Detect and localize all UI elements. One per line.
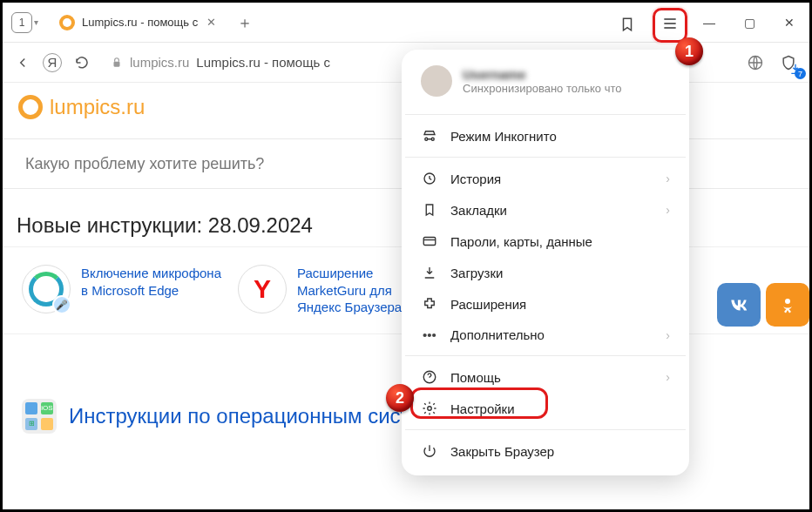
callout-box-2: [410, 387, 548, 419]
downloads-indicator[interactable]: 7: [788, 62, 804, 76]
minimize-button[interactable]: —: [689, 3, 729, 43]
card-icon: [421, 233, 438, 249]
os-category-icon: iOS⊞: [22, 399, 57, 434]
svg-rect-0: [114, 61, 120, 66]
menu-item-label: Режим Инкогнито: [450, 129, 557, 144]
chevron-right-icon: ›: [666, 328, 670, 342]
help-icon: [421, 369, 438, 385]
site-logo-text: lumpics.ru: [50, 95, 145, 119]
chevron-right-icon: ›: [666, 203, 670, 217]
bookmark-icon[interactable]: [619, 17, 635, 32]
chevron-right-icon: ›: [666, 370, 670, 384]
url-title: Lumpics.ru - помощь с: [196, 55, 330, 70]
downloads-icon: [421, 265, 438, 280]
menu-item-label: Закладки: [450, 203, 507, 218]
site-favicon: [59, 15, 75, 30]
svg-rect-4: [423, 238, 436, 246]
tab-counter[interactable]: 1: [11, 12, 32, 33]
incognito-icon: [421, 128, 438, 144]
tab-title: Lumpics.ru - помощь с: [82, 16, 198, 29]
menu-item-downloads[interactable]: Загрузки: [405, 257, 686, 288]
power-icon: [421, 443, 438, 459]
account-name: Username: [463, 67, 622, 82]
menu-item-close-browser[interactable]: Закрыть Браузер: [405, 435, 686, 467]
bookmarks-icon: [421, 202, 438, 218]
site-logo-icon: [18, 95, 43, 119]
lock-icon: [111, 57, 123, 69]
chevron-down-icon: ▾: [34, 17, 38, 27]
vk-button[interactable]: [717, 283, 761, 327]
account-sync-status: Синхронизировано только что: [463, 82, 622, 95]
menu-item-more[interactable]: ••• Дополнительно ›: [405, 320, 686, 350]
url-host: lumpics.ru: [130, 55, 189, 70]
article-link[interactable]: Включение микрофона в Microsoft Edge: [81, 265, 222, 299]
yandex-thumb: Y: [238, 265, 287, 313]
menu-account[interactable]: Username Синхронизировано только что: [405, 62, 686, 109]
menu-item-passwords[interactable]: Пароли, карты, данные: [405, 226, 686, 257]
avatar: [421, 65, 452, 97]
social-buttons: [717, 283, 809, 327]
microphone-icon: 🎤: [52, 295, 71, 314]
callout-badge-1: 1: [675, 37, 703, 65]
new-tab-button[interactable]: ＋: [237, 12, 253, 33]
callout-badge-2: 2: [386, 384, 414, 412]
menu-item-bookmarks[interactable]: Закладки ›: [405, 194, 686, 226]
menu-item-extensions[interactable]: Расширения: [405, 288, 686, 320]
more-icon: •••: [421, 327, 438, 342]
hamburger-menu-button[interactable]: [661, 15, 679, 32]
edge-thumb: 🎤: [22, 265, 71, 313]
menu-item-label: Расширения: [450, 297, 526, 312]
close-tab-icon[interactable]: ✕: [206, 16, 216, 29]
globe-icon[interactable]: [747, 54, 764, 71]
menu-item-label: Закрыть Браузер: [450, 444, 554, 459]
maximize-button[interactable]: ▢: [729, 3, 769, 43]
yandex-logo-icon[interactable]: Я: [43, 53, 62, 72]
svg-point-2: [785, 299, 790, 304]
close-window-button[interactable]: ✕: [769, 3, 809, 43]
menu-item-label: История: [450, 172, 501, 186]
ok-button[interactable]: [766, 283, 809, 327]
browser-tab[interactable]: Lumpics.ru - помощь с ✕: [51, 6, 225, 39]
menu-item-label: Дополнительно: [450, 327, 545, 342]
history-icon: [421, 171, 438, 186]
menu-item-incognito[interactable]: Режим Инкогнито: [405, 120, 686, 152]
window-controls: — ▢ ✕: [689, 3, 809, 43]
article-card[interactable]: 🎤 Включение микрофона в Microsoft Edge: [22, 253, 222, 328]
extensions-icon: [421, 296, 438, 312]
menu-item-label: Пароли, карты, данные: [450, 234, 592, 249]
menu-item-history[interactable]: История ›: [405, 163, 686, 194]
downloads-count: 7: [795, 68, 806, 79]
menu-item-label: Помощь: [450, 370, 501, 385]
back-button[interactable]: [15, 55, 30, 71]
menu-item-label: Загрузки: [450, 266, 503, 280]
chevron-right-icon: ›: [666, 172, 670, 185]
reload-button[interactable]: [74, 55, 90, 71]
